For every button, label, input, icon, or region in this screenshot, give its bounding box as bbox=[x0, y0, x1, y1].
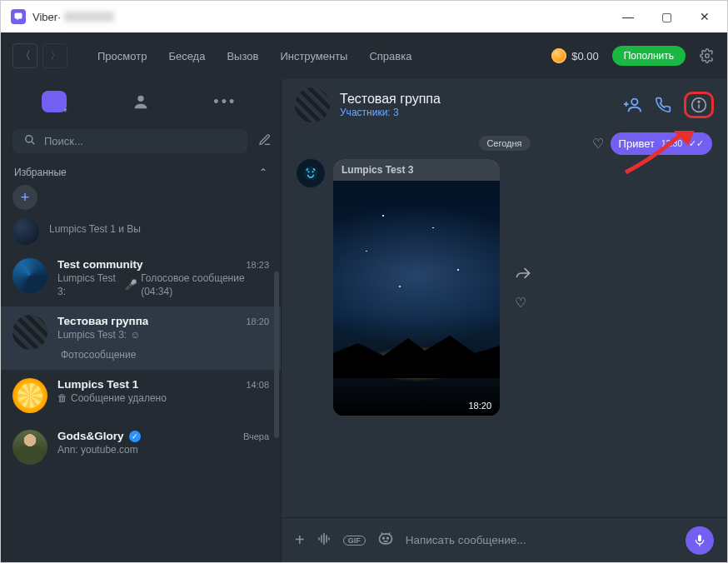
photo-attachment[interactable]: 18:20 bbox=[333, 181, 500, 416]
avatar bbox=[12, 218, 39, 245]
chevron-down-icon: ▾ bbox=[63, 106, 67, 114]
settings-button[interactable] bbox=[699, 47, 716, 64]
avatar bbox=[12, 258, 47, 293]
viber-app-icon bbox=[11, 9, 26, 24]
sidebar-tab-chats[interactable]: ▾ bbox=[40, 85, 73, 118]
chat-preview: Ann: youtube.com bbox=[57, 444, 138, 457]
call-button[interactable] bbox=[654, 96, 672, 114]
window-title-sep: · bbox=[57, 11, 61, 23]
list-item[interactable]: Lumpics Test 1 и Вы bbox=[1, 217, 281, 250]
window-maximize-button[interactable]: ▢ bbox=[647, 3, 686, 30]
svg-point-0 bbox=[706, 54, 710, 58]
svg-point-20 bbox=[386, 537, 388, 539]
chat-time: 14:08 bbox=[246, 380, 269, 390]
chat-name: Lumpics Test 1 и Вы bbox=[49, 223, 141, 237]
avatar bbox=[12, 315, 47, 350]
smile-icon: ☺ bbox=[130, 329, 140, 342]
coin-icon bbox=[551, 48, 566, 63]
add-participant-button[interactable] bbox=[624, 96, 642, 114]
incoming-message[interactable]: Lumpics Test 3 18:20 ♡ bbox=[297, 159, 531, 416]
window-close-button[interactable]: ✕ bbox=[686, 3, 724, 30]
conversation-body: Сегодня ♡ Привет 12:30 ✓✓ Lumpics Test 3 bbox=[282, 131, 727, 517]
chat-time: Вчера bbox=[243, 431, 269, 441]
sender-avatar bbox=[297, 159, 325, 187]
svg-point-2 bbox=[26, 136, 32, 142]
chat-preview-prefix: Lumpics Test 3: bbox=[57, 272, 122, 298]
chat-preview-prefix: Lumpics Test 3: bbox=[57, 329, 127, 342]
participants-count: 3 bbox=[393, 107, 399, 118]
list-item[interactable]: Gods&Glory ✓ Вчера Ann: youtube.com bbox=[1, 421, 281, 473]
chat-name: Gods&Glory bbox=[57, 430, 124, 442]
titlebar: Viber · — ▢ ✕ bbox=[1, 1, 727, 32]
mic-icon: 🎤 bbox=[125, 279, 137, 292]
svg-line-3 bbox=[32, 142, 35, 145]
chat-name: Тестовая группа bbox=[57, 315, 148, 327]
voice-record-button[interactable] bbox=[686, 526, 714, 555]
add-favorite-button[interactable]: + bbox=[12, 185, 37, 210]
menu-call[interactable]: Вызов bbox=[218, 50, 267, 62]
chat-preview: Голосовое сообщение (04:34) bbox=[141, 272, 269, 298]
date-chip: Сегодня bbox=[478, 136, 530, 151]
sidebar-tab-more[interactable]: ••• bbox=[208, 85, 242, 118]
chat-time: 18:23 bbox=[246, 260, 269, 270]
participants-label: Участники: bbox=[340, 107, 391, 118]
menu-chat[interactable]: Беседа bbox=[160, 50, 213, 62]
list-item[interactable]: Lumpics Test 114:08 🗑 Сообщение удалено bbox=[1, 370, 281, 421]
menu-help[interactable]: Справка bbox=[361, 50, 420, 62]
heart-icon[interactable]: ♡ bbox=[592, 136, 604, 152]
menu-view[interactable]: Просмотр bbox=[89, 50, 155, 62]
nav-forward-button[interactable]: 〉 bbox=[42, 43, 67, 68]
chat-name: Lumpics Test 1 bbox=[57, 378, 138, 391]
avatar bbox=[12, 430, 47, 465]
balance[interactable]: $0.00 bbox=[551, 48, 599, 63]
svg-point-12 bbox=[312, 171, 313, 172]
nav-back-button[interactable]: 〈 bbox=[12, 43, 37, 68]
window-title-blurred bbox=[64, 12, 114, 22]
menubar: 〈 〉 Просмотр Беседа Вызов Инструменты Сп… bbox=[1, 32, 727, 79]
gif-button[interactable]: GIF bbox=[343, 536, 366, 546]
search-icon bbox=[24, 134, 36, 148]
scrollbar[interactable] bbox=[274, 272, 279, 438]
compose-button[interactable] bbox=[254, 133, 276, 150]
svg-rect-18 bbox=[379, 534, 391, 544]
list-item[interactable]: Test community18:23 Lumpics Test 3: 🎤 Го… bbox=[1, 250, 281, 306]
sidebar-tab-contacts[interactable] bbox=[124, 85, 157, 118]
menu-tools[interactable]: Инструменты bbox=[272, 50, 356, 62]
conversation-subtitle[interactable]: Участники: 3 bbox=[340, 107, 441, 118]
audio-wave-button[interactable] bbox=[317, 531, 332, 550]
heart-icon[interactable]: ♡ bbox=[515, 295, 531, 311]
sender-name: Lumpics Test 3 bbox=[333, 159, 500, 181]
chevron-up-icon: ⌃ bbox=[259, 167, 267, 178]
svg-rect-21 bbox=[698, 535, 701, 541]
search-input[interactable] bbox=[44, 135, 236, 147]
list-item[interactable]: Тестовая группа18:20 Lumpics Test 3: ☺ Ф… bbox=[1, 306, 281, 370]
info-button[interactable] bbox=[690, 96, 708, 114]
avatar bbox=[295, 87, 330, 122]
topup-button[interactable]: Пополнить bbox=[612, 46, 686, 66]
sticker-button[interactable] bbox=[377, 531, 394, 551]
chat-preview: Фотосообщение bbox=[61, 349, 136, 362]
trash-icon: 🗑 bbox=[57, 392, 67, 406]
conversation-header: Тестовая группа Участники: 3 bbox=[282, 79, 727, 131]
message-input[interactable] bbox=[406, 534, 674, 546]
chat-preview: Сообщение удалено bbox=[71, 392, 167, 406]
chat-name: Test community bbox=[57, 258, 143, 271]
sidebar: ▾ ••• bbox=[1, 79, 281, 562]
conversation-title: Тестовая группа bbox=[340, 92, 441, 107]
svg-point-11 bbox=[307, 171, 309, 172]
message-text: Привет bbox=[619, 137, 655, 150]
attach-button[interactable]: + bbox=[295, 531, 305, 550]
svg-point-1 bbox=[137, 96, 143, 102]
search-box[interactable] bbox=[12, 129, 247, 153]
svg-point-4 bbox=[631, 99, 637, 105]
conversation-pane: Тестовая группа Участники: 3 bbox=[281, 79, 727, 562]
favorites-header[interactable]: Избранные ⌃ bbox=[1, 158, 281, 182]
balance-amount: $0.00 bbox=[571, 50, 599, 62]
window-minimize-button[interactable]: — bbox=[609, 3, 647, 30]
info-button-highlight bbox=[684, 92, 714, 118]
forward-icon[interactable] bbox=[515, 265, 531, 285]
outgoing-message[interactable]: ♡ Привет 12:30 ✓✓ bbox=[592, 132, 712, 155]
favorites-label: Избранные bbox=[14, 167, 67, 178]
message-time: 12:30 bbox=[661, 139, 682, 148]
avatar bbox=[12, 378, 47, 413]
